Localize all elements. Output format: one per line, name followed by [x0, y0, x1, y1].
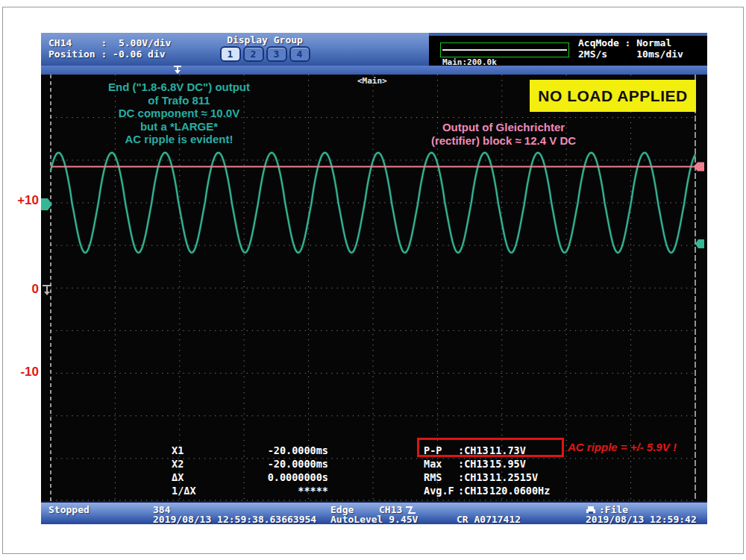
- display-group: Display Group 1 2 3 4: [198, 33, 332, 62]
- run-state: Stopped: [48, 505, 90, 515]
- measurement-row-rms: RMS:CH1311.2515V: [424, 471, 550, 484]
- measurement-row-avgf: Avg.F:CH13120.0600Hz: [424, 484, 550, 497]
- ground-level-marker: [43, 286, 51, 292]
- memory-bar-progress: [442, 49, 567, 51]
- display-group-button-3[interactable]: 3: [266, 46, 287, 62]
- display-group-button-4[interactable]: 4: [289, 46, 310, 62]
- waveform-display-area: <Main> NO LOAD APPLIED End ("1.8-6.8V DC…: [41, 75, 707, 501]
- screenshot-page: +10 0 -10 CH14 : 5.00V/div Position : -0…: [0, 0, 746, 560]
- waveform-trace-ch14: [51, 153, 695, 253]
- measurement-row-max: Max:CH1315.95V: [424, 457, 550, 471]
- header-acquisition-panel: Main:200.0k AcqMode : Normal 2MS/s 10ms/…: [429, 33, 707, 66]
- display-group-button-1[interactable]: 1: [220, 46, 241, 62]
- header-bar: CH14 : 5.00V/div Position : -0.06 div Di…: [41, 33, 707, 66]
- header-channel-panel: CH14 : 5.00V/div Position : -0.06 div Di…: [41, 33, 429, 66]
- acquisition-memory-bar: [440, 43, 569, 57]
- measurement-row-1-over-dx: 1/ΔX*****: [172, 484, 328, 497]
- channel-scale-readout: CH14 : 5.00V/div: [48, 37, 171, 48]
- trigger-position-strip: [41, 66, 707, 75]
- channel-right-marker: [695, 239, 704, 248]
- axis-label-plus10: +10: [12, 193, 39, 208]
- axis-label-minus10: -10: [12, 365, 39, 380]
- no-load-banner: NO LOAD APPLIED: [530, 80, 696, 112]
- annotation-transformer-output: End ("1.8-6.8V DC") output of Trafo 811 …: [75, 81, 283, 146]
- measurement-row-x2: X2-20.0000ms: [172, 457, 328, 471]
- acquisition-timestamp: 2019/08/13 12:59:38.63663954: [153, 515, 316, 525]
- measurement-row-dx: ΔX0.0000000s: [172, 471, 328, 484]
- ch14-position-marker: [41, 198, 52, 210]
- samplerate-timebase-readout: 2MS/s 10ms/div: [578, 48, 683, 60]
- status-bar: Stopped 384 2019/08/13 12:59:38.63663954…: [41, 501, 707, 524]
- acqmode-readout: AcqMode : Normal: [578, 37, 683, 48]
- cursor-measurements: X1-20.0000ms X2-20.0000ms ΔX0.0000000s 1…: [172, 444, 328, 497]
- channel-position-readout: Position : -0.06 div: [48, 48, 171, 60]
- annotation-rectifier-output: Output of Gleichrichter (rectifier) bloc…: [395, 121, 612, 147]
- instrument-serial: CR A0717412: [457, 515, 521, 525]
- axis-label-zero: 0: [12, 282, 39, 297]
- main-window-tag: <Main>: [357, 76, 387, 86]
- display-group-button-2[interactable]: 2: [243, 46, 264, 62]
- saved-time: 2019/08/13 12:59:42: [586, 515, 697, 525]
- oscilloscope-screen: CH14 : 5.00V/div Position : -0.06 div Di…: [41, 33, 707, 524]
- ac-ripple-note: AC ripple = +/- 5.9V !: [568, 441, 677, 453]
- trigger-position-marker-icon: [172, 66, 184, 75]
- pp-highlight-box: [417, 438, 564, 457]
- trigger-level: AutoLevel 9.45V: [330, 515, 418, 525]
- measurement-row-x1: X1-20.0000ms: [172, 444, 328, 457]
- display-group-label: Display Group: [198, 34, 332, 45]
